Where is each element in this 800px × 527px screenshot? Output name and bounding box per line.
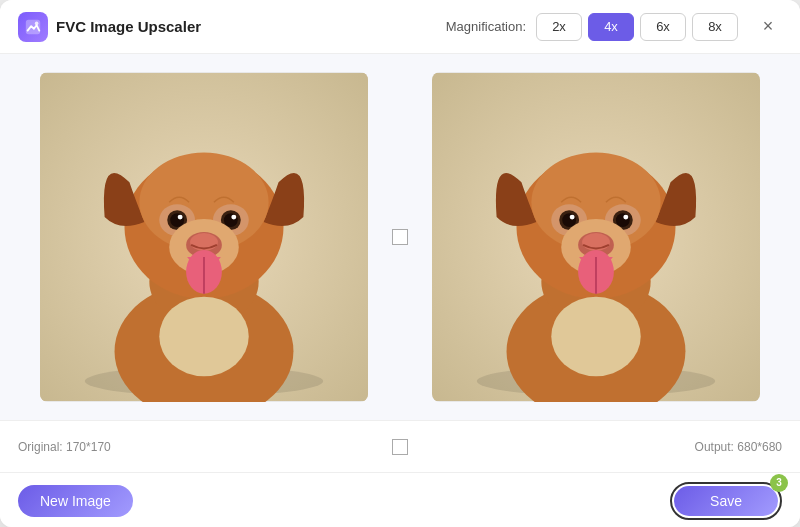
mag-4x-button[interactable]: 4x bbox=[588, 13, 634, 41]
save-area: 3 Save bbox=[670, 482, 782, 520]
svg-point-32 bbox=[570, 215, 575, 220]
info-bar: Original: 170*170 Output: 680*680 bbox=[0, 420, 800, 472]
titlebar: FVC Image Upscaler Magnification: 2x 4x … bbox=[0, 0, 800, 54]
notification-badge: 3 bbox=[770, 474, 788, 492]
save-button[interactable]: Save bbox=[674, 486, 778, 516]
close-button[interactable]: × bbox=[754, 13, 782, 41]
app-window: FVC Image Upscaler Magnification: 2x 4x … bbox=[0, 0, 800, 527]
svg-point-31 bbox=[562, 213, 576, 227]
svg-point-34 bbox=[616, 213, 630, 227]
original-image-panel bbox=[40, 72, 368, 402]
svg-point-35 bbox=[623, 215, 628, 220]
app-logo bbox=[18, 12, 48, 42]
svg-point-13 bbox=[178, 215, 183, 220]
main-content bbox=[0, 54, 800, 420]
svg-point-40 bbox=[551, 297, 640, 377]
save-button-wrapper: Save bbox=[670, 482, 782, 520]
magnification-controls: 2x 4x 6x 8x bbox=[536, 13, 738, 41]
mag-2x-button[interactable]: 2x bbox=[536, 13, 582, 41]
output-size-label: Output: 680*680 bbox=[400, 440, 782, 454]
mag-8x-button[interactable]: 8x bbox=[692, 13, 738, 41]
separator-icon bbox=[392, 229, 408, 245]
original-size-label: Original: 170*170 bbox=[18, 440, 400, 454]
svg-point-12 bbox=[170, 213, 184, 227]
mag-6x-button[interactable]: 6x bbox=[640, 13, 686, 41]
center-separator-icon bbox=[392, 439, 408, 455]
svg-point-21 bbox=[159, 297, 248, 377]
svg-point-16 bbox=[231, 215, 236, 220]
svg-point-15 bbox=[224, 213, 238, 227]
magnification-label: Magnification: bbox=[446, 19, 526, 34]
app-title: FVC Image Upscaler bbox=[56, 18, 201, 35]
action-bar: New Image 3 Save bbox=[0, 472, 800, 527]
new-image-button[interactable]: New Image bbox=[18, 485, 133, 517]
svg-point-1 bbox=[35, 21, 39, 25]
output-image-panel bbox=[432, 72, 760, 402]
